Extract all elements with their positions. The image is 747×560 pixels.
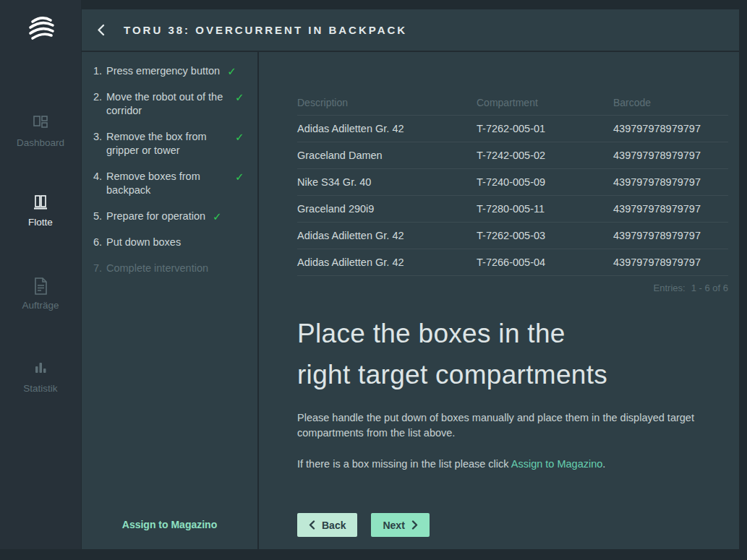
column-header-barcode: Barcode (613, 91, 728, 115)
cell-description: Graceland 290i9 (297, 195, 477, 222)
fleet-icon (0, 194, 81, 212)
statistics-bars-icon (0, 360, 81, 379)
step-item-pending: 7. Complete intervention (93, 262, 249, 275)
table-row: Adidas Adiletten Gr. 42 T-7262-005-01 43… (297, 115, 728, 142)
step-label: Remove the box from gripper or tower (106, 130, 228, 158)
step-item: 3. Remove the box from gripper or tower … (93, 130, 249, 158)
step-label: Move the robot out of the corridor (106, 90, 228, 118)
step-label: Prepare for operation (106, 210, 205, 223)
cell-compartment: T-7266-005-04 (477, 249, 613, 275)
assign-to-magazino-inline-link[interactable]: Assign to Magazino (511, 458, 603, 470)
instruction-paragraph: Please handle the put down of boxes manu… (297, 410, 704, 441)
cell-description: Adidas Adiletten Gr. 42 (297, 115, 477, 142)
intervention-steps-panel: 1. Press emergency button ✓ 2. Move the … (82, 52, 257, 549)
dashboard-grid-icon (0, 114, 81, 133)
step-label: Press emergency button (106, 64, 220, 78)
paragraph-text: . (602, 458, 605, 470)
check-icon: ✓ (213, 210, 222, 223)
cell-description: Graceland Damen (297, 142, 477, 168)
check-icon: ✓ (227, 64, 236, 78)
column-header-description: Description (297, 91, 477, 115)
cell-description: Adidas Adiletten Gr. 42 (297, 222, 477, 249)
chevron-right-icon (411, 520, 418, 530)
sidebar-item-auftraege[interactable]: Aufträge (0, 277, 81, 311)
sidebar-item-label: Statistik (0, 383, 81, 394)
step-item: 4. Remove boxes from backpack ✓ (93, 170, 249, 197)
step-item-current: 6. Put down boxes (93, 236, 249, 249)
page-title: TORU 38: OVERCURRENT IN BACKPACK (124, 24, 407, 36)
cell-barcode: 439797978979797 (613, 222, 728, 249)
entries-label: Entries: (654, 283, 686, 293)
back-chevron-icon[interactable] (97, 22, 113, 38)
cell-description: Adidas Adiletten Gr. 42 (297, 249, 477, 275)
check-icon: ✓ (235, 170, 244, 184)
cell-description: Nike S34 Gr. 40 (297, 168, 477, 195)
step-number: 2. (93, 90, 106, 104)
back-button[interactable]: Back (297, 513, 357, 537)
cell-barcode: 439797978979797 (613, 195, 728, 222)
step-number: 1. (93, 64, 106, 78)
entries-counter: Entries:1 - 6 of 6 (297, 283, 728, 293)
step-item: 5. Prepare for operation ✓ (93, 210, 249, 223)
sidebar-item-flotte[interactable]: Flotte (0, 194, 81, 228)
sidebar-item-label: Dashboard (0, 137, 81, 148)
entries-value: 1 - 6 of 6 (691, 283, 728, 293)
table-header-row: Description Compartment Barcode (297, 91, 728, 115)
sidebar-item-dashboard[interactable]: Dashboard (0, 114, 81, 148)
step-number: 7. (93, 262, 106, 275)
sidebar-item-statistik[interactable]: Statistik (0, 360, 81, 394)
heading-line-2: right target compartments (297, 354, 728, 395)
paragraph-text: If there is a box missing in the list pl… (297, 458, 511, 470)
sidebar-item-label: Flotte (0, 217, 81, 228)
step-item: 2. Move the robot out of the corridor ✓ (93, 90, 249, 118)
instruction-heading: Place the boxes in the right target comp… (297, 313, 728, 395)
cell-compartment: T-7240-005-09 (477, 168, 613, 195)
next-button-label: Next (383, 520, 404, 531)
boxes-table: Description Compartment Barcode Adidas A… (297, 91, 728, 276)
main-content-panel: Description Compartment Barcode Adidas A… (259, 52, 739, 549)
step-label: Complete intervention (106, 262, 208, 275)
step-label: Remove boxes from backpack (106, 170, 228, 197)
table-row: Graceland 290i9 T-7280-005-11 4397979789… (297, 195, 728, 222)
table-row: Nike S34 Gr. 40 T-7240-005-09 4397979789… (297, 168, 728, 195)
column-header-compartment: Compartment (477, 91, 613, 115)
orders-document-icon (0, 277, 81, 296)
assign-to-magazino-link[interactable]: Assign to Magazino (82, 519, 257, 530)
step-number: 5. (93, 210, 106, 223)
step-number: 3. (93, 130, 106, 144)
table-row: Adidas Adiletten Gr. 42 T-7262-005-03 43… (297, 222, 728, 249)
next-button[interactable]: Next (371, 513, 429, 537)
check-icon: ✓ (235, 130, 244, 144)
cell-compartment: T-7262-005-01 (477, 115, 613, 142)
magazino-logo-icon (0, 13, 81, 45)
cell-compartment: T-7242-005-02 (477, 142, 613, 168)
table-row: Graceland Damen T-7242-005-02 4397979789… (297, 142, 728, 168)
cell-compartment: T-7280-005-11 (477, 195, 613, 222)
heading-line-1: Place the boxes in the (297, 313, 728, 354)
cell-barcode: 439797978979797 (613, 249, 728, 275)
chevron-left-icon (309, 520, 315, 530)
check-icon: ✓ (235, 90, 244, 104)
step-number: 6. (93, 236, 106, 249)
cell-barcode: 439797978979797 (613, 142, 728, 168)
sidebar: Dashboard Flotte Aufträge (0, 0, 81, 549)
wizard-buttons: Back Next (297, 513, 430, 537)
header-bar: TORU 38: OVERCURRENT IN BACKPACK (82, 9, 739, 51)
step-number: 4. (93, 170, 106, 184)
cell-compartment: T-7262-005-03 (477, 222, 613, 249)
table-row: Adidas Adiletten Gr. 42 T-7266-005-04 43… (297, 249, 728, 275)
back-button-label: Back (322, 520, 346, 531)
missing-box-paragraph: If there is a box missing in the list pl… (297, 457, 704, 472)
cell-barcode: 439797978979797 (613, 115, 728, 142)
step-item: 1. Press emergency button ✓ (93, 64, 249, 78)
sidebar-item-label: Aufträge (0, 300, 81, 311)
cell-barcode: 439797978979797 (613, 168, 728, 195)
step-label: Put down boxes (106, 236, 181, 249)
